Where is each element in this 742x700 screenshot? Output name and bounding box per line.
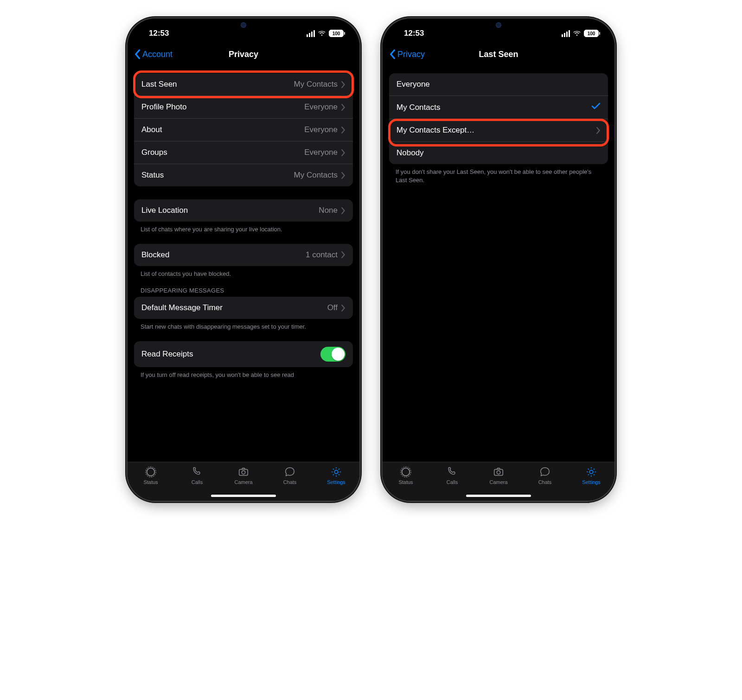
tab-status[interactable]: Status: [390, 466, 422, 485]
row-about[interactable]: About Everyone: [134, 119, 353, 141]
row-label: Last Seen: [141, 80, 177, 89]
battery-level: 100: [588, 31, 595, 36]
home-indicator[interactable]: [211, 495, 276, 497]
privacy-main-group: Last Seen My Contacts Profile Photo Ever…: [134, 73, 353, 186]
cellular-signal-icon: [307, 30, 315, 37]
row-label: Read Receipts: [141, 350, 193, 359]
option-label: Everyone: [397, 80, 430, 89]
tab-label: Calls: [192, 479, 203, 485]
row-read-receipts[interactable]: Read Receipts: [134, 341, 353, 367]
svg-point-0: [147, 468, 155, 476]
phone-frame-left: 12:53 100 Account Privacy Last Seen My C…: [128, 19, 359, 501]
wifi-icon: [573, 30, 581, 37]
status-time: 12:53: [401, 29, 424, 38]
row-status[interactable]: Status My Contacts: [134, 164, 353, 186]
row-label: About: [141, 125, 162, 134]
chevron-right-icon: [341, 172, 345, 179]
row-label: Status: [141, 171, 164, 180]
tab-camera[interactable]: Camera: [482, 466, 515, 485]
chat-bubble-icon: [283, 466, 296, 478]
option-nobody[interactable]: Nobody: [389, 142, 608, 164]
front-camera-icon: [241, 22, 246, 28]
screen-right: 12:53 100 Privacy Last Seen Everyone M: [383, 19, 614, 501]
tab-label: Chats: [283, 479, 297, 485]
gear-icon: [585, 466, 598, 478]
row-default-timer[interactable]: Default Message Timer Off: [134, 297, 353, 319]
phone-icon: [191, 466, 204, 478]
option-everyone[interactable]: Everyone: [389, 73, 608, 96]
tab-label: Status: [398, 479, 413, 485]
row-last-seen[interactable]: Last Seen My Contacts: [134, 73, 353, 96]
tab-settings[interactable]: Settings: [320, 466, 352, 485]
chat-bubble-icon: [538, 466, 551, 478]
back-button[interactable]: Account: [134, 49, 173, 59]
status-ring-icon: [399, 466, 412, 478]
option-label: My Contacts Except…: [397, 126, 474, 135]
option-my-contacts-except[interactable]: My Contacts Except…: [389, 119, 608, 142]
option-label: Nobody: [397, 148, 424, 158]
tab-calls[interactable]: Calls: [181, 466, 213, 485]
chevron-right-icon: [341, 149, 345, 156]
last-seen-options-group: Everyone My Contacts My Contacts Except……: [389, 73, 608, 164]
option-my-contacts[interactable]: My Contacts: [389, 96, 608, 119]
status-ring-icon: [144, 466, 157, 478]
privacy-content: Last Seen My Contacts Profile Photo Ever…: [128, 66, 359, 462]
home-indicator[interactable]: [466, 495, 531, 497]
chevron-right-icon: [341, 104, 345, 111]
row-blocked[interactable]: Blocked 1 contact: [134, 244, 353, 266]
chevron-left-icon: [389, 49, 396, 59]
page-title: Last Seen: [479, 50, 518, 59]
tab-bar: Status Calls Camera Chats Settings: [128, 462, 359, 501]
row-value: My Contacts: [294, 171, 338, 180]
svg-rect-7: [494, 469, 503, 475]
tab-calls[interactable]: Calls: [436, 466, 468, 485]
chevron-right-icon: [341, 81, 345, 88]
row-value: Everyone: [304, 148, 338, 157]
chevron-right-icon: [341, 251, 345, 258]
row-groups[interactable]: Groups Everyone: [134, 141, 353, 164]
tab-label: Settings: [582, 479, 601, 485]
row-profile-photo[interactable]: Profile Photo Everyone: [134, 96, 353, 119]
phone-frame-right: 12:53 100 Privacy Last Seen Everyone M: [383, 19, 614, 501]
chevron-right-icon: [341, 127, 345, 134]
status-indicators: 100: [307, 30, 344, 37]
back-button[interactable]: Privacy: [389, 49, 425, 59]
tab-label: Status: [143, 479, 158, 485]
tab-camera[interactable]: Camera: [227, 466, 260, 485]
camera-icon: [492, 466, 505, 478]
camera-icon: [237, 466, 250, 478]
disappearing-group: Default Message Timer Off: [134, 297, 353, 319]
tab-chats[interactable]: Chats: [274, 466, 306, 485]
read-receipts-footer: If you turn off read receipts, you won't…: [128, 367, 359, 379]
row-value: 1 contact: [306, 250, 338, 260]
tab-label: Camera: [234, 479, 252, 485]
row-value: Everyone: [304, 102, 338, 112]
svg-point-8: [497, 471, 500, 474]
svg-rect-2: [239, 469, 248, 475]
nav-bar: Account Privacy: [128, 43, 359, 66]
chevron-left-icon: [134, 49, 141, 59]
tab-label: Calls: [447, 479, 458, 485]
option-label: My Contacts: [397, 103, 440, 112]
chevron-right-icon: [341, 305, 345, 312]
row-label: Live Location: [141, 206, 188, 215]
gear-icon: [330, 466, 343, 478]
live-location-group: Live Location None: [134, 199, 353, 222]
row-value: My Contacts: [294, 80, 338, 89]
read-receipts-toggle[interactable]: [320, 347, 345, 362]
status-indicators: 100: [562, 30, 599, 37]
battery-indicator: 100: [584, 30, 599, 37]
tab-bar: Status Calls Camera Chats Settings: [383, 462, 614, 501]
wifi-icon: [318, 30, 326, 37]
tab-chats[interactable]: Chats: [529, 466, 561, 485]
default-timer-footer: Start new chats with disappearing messag…: [128, 319, 359, 331]
tab-status[interactable]: Status: [134, 466, 167, 485]
phone-icon: [446, 466, 459, 478]
content-fade: [128, 452, 359, 462]
checkmark-icon: [591, 102, 601, 112]
row-live-location[interactable]: Live Location None: [134, 199, 353, 222]
live-location-footer: List of chats where you are sharing your…: [128, 222, 359, 234]
nav-bar: Privacy Last Seen: [383, 43, 614, 66]
read-receipts-group: Read Receipts: [134, 341, 353, 367]
tab-settings[interactable]: Settings: [575, 466, 608, 485]
